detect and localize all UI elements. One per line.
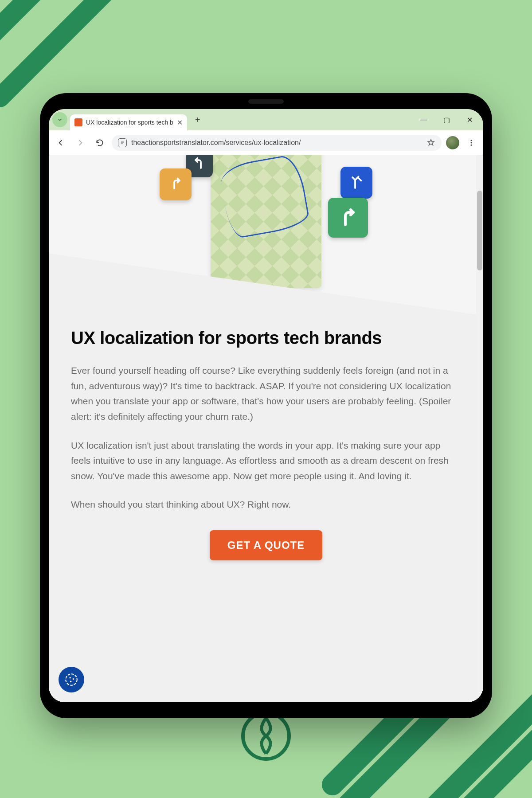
tablet-screen: UX localization for sports tech b ✕ + — … (49, 109, 483, 702)
paragraph-2: UX localization isn't just about transla… (71, 438, 461, 484)
paragraph-1: Ever found yourself heading off course? … (71, 363, 461, 425)
address-bar[interactable]: theactionsportstranslator.com/services/u… (112, 135, 442, 151)
browser-tab-strip: UX localization for sports tech b ✕ + — … (49, 109, 483, 130)
window-minimize-button[interactable]: — (413, 113, 434, 126)
reload-icon (95, 138, 104, 147)
reload-button[interactable] (92, 135, 107, 150)
turn-left-icon (192, 156, 207, 172)
arrow-right-icon (76, 138, 85, 147)
tab-title: UX localization for sports tech b (86, 119, 173, 126)
fork-right-icon (348, 175, 364, 191)
star-icon[interactable] (426, 138, 435, 147)
content-section: UX localization for sports tech brands E… (49, 315, 483, 702)
turn-right-large-icon (337, 207, 359, 228)
new-tab-button[interactable]: + (192, 113, 204, 126)
url-text: theactionsportstranslator.com/services/u… (131, 139, 301, 147)
tab-close-button[interactable]: ✕ (177, 118, 183, 127)
svg-point-0 (243, 713, 289, 759)
cookie-icon (64, 672, 79, 687)
back-button[interactable] (53, 135, 68, 150)
svg-point-7 (70, 681, 71, 682)
nav-tile-blue (340, 167, 372, 199)
window-restore-button[interactable]: ▢ (436, 113, 457, 126)
hero-section (49, 155, 483, 315)
nav-tile-yellow (160, 168, 192, 200)
svg-point-6 (73, 678, 74, 680)
paragraph-3: When should you start thinking about UX?… (71, 497, 461, 512)
get-quote-button[interactable]: GET A QUOTE (210, 530, 323, 560)
svg-point-1 (471, 140, 472, 141)
turn-right-icon (168, 176, 184, 192)
scrollbar-thumb[interactable] (477, 191, 482, 270)
profile-avatar[interactable] (446, 136, 459, 149)
favicon-icon (74, 118, 82, 126)
search-tabs-button[interactable] (52, 112, 67, 127)
cookie-badge[interactable] (59, 667, 84, 692)
forward-button[interactable] (73, 135, 88, 150)
arrow-left-icon (56, 138, 65, 147)
kebab-icon (467, 139, 475, 147)
tablet-frame: UX localization for sports tech b ✕ + — … (40, 93, 492, 718)
svg-point-5 (69, 677, 70, 678)
svg-point-4 (66, 674, 77, 685)
site-settings-icon[interactable] (118, 138, 127, 147)
tab-active[interactable]: UX localization for sports tech b ✕ (70, 114, 187, 130)
menu-button[interactable] (464, 135, 479, 150)
nav-tile-green (328, 198, 368, 238)
page-heading: UX localization for sports tech brands (71, 328, 461, 348)
svg-point-2 (471, 142, 472, 143)
window-close-button[interactable]: ✕ (459, 113, 480, 126)
page-viewport[interactable]: UX localization for sports tech brands E… (49, 155, 483, 702)
svg-point-3 (471, 144, 472, 145)
scrollbar-track[interactable] (476, 155, 483, 702)
browser-toolbar: theactionsportstranslator.com/services/u… (49, 130, 483, 155)
chevron-down-icon (57, 117, 63, 123)
